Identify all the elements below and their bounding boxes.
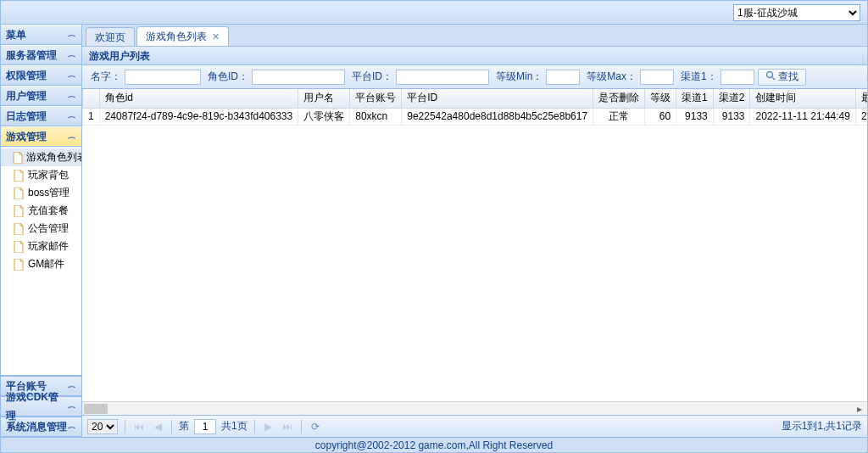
topbar: 1服-征战沙城 <box>1 1 867 25</box>
column-header[interactable]: 渠道2 <box>713 89 750 108</box>
filter-lvmin-label: 等级Min： <box>496 70 542 84</box>
column-header[interactable]: 创建时间 <box>750 89 855 108</box>
tab[interactable]: 欢迎页 <box>86 27 135 46</box>
column-header[interactable]: 平台ID <box>402 89 593 108</box>
tree-item-label: 充值套餐 <box>28 204 69 218</box>
cell: 9133 <box>713 108 750 125</box>
server-select[interactable]: 1服-征战沙城 <box>733 4 860 21</box>
sidebar-section-log[interactable]: 日志管理︾ <box>1 106 81 126</box>
file-icon <box>13 170 25 182</box>
sidebar: 菜单︾ 服务器管理︾ 权限管理︾ 用户管理︾ 日志管理︾ 游戏管理︽ 游戏角色列… <box>1 25 82 437</box>
cell: 9e22542a480de8d1d88b4b5c25e8b617 <box>402 108 593 125</box>
tree-item-label: boss管理 <box>28 186 70 200</box>
svg-point-0 <box>766 72 772 78</box>
sidebar-tree: 游戏角色列表玩家背包boss管理充值套餐公告管理玩家邮件GM邮件 <box>1 147 81 376</box>
footer: copyright@2002-2012 game.com,All Right R… <box>1 437 867 452</box>
tree-item[interactable]: boss管理 <box>1 184 81 202</box>
sidebar-section-cdk[interactable]: 游戏CDK管理︾ <box>1 396 81 417</box>
chevron-down-icon: ︾ <box>68 70 76 81</box>
tree-item[interactable]: 玩家邮件 <box>1 238 81 255</box>
pager: 20 ⏮ ◀ 第 共1页 ▶ ⏭ ⟳ 显示1到1,共1记录 <box>82 415 867 437</box>
chevron-down-icon: ︾ <box>68 29 76 40</box>
close-icon[interactable]: ✕ <box>212 28 220 45</box>
filter-platid-input[interactable] <box>396 70 489 85</box>
chevron-down-icon: ︾ <box>68 400 76 411</box>
tree-item-label: GM邮件 <box>28 257 64 271</box>
horizontal-scrollbar[interactable]: ▸ <box>82 401 867 415</box>
scrollbar-thumb[interactable] <box>84 404 108 414</box>
column-header[interactable]: 平台账号 <box>350 89 402 108</box>
column-header[interactable]: 渠道1 <box>676 89 714 108</box>
tab-label: 欢迎页 <box>95 29 125 46</box>
tree-item-label: 公告管理 <box>28 221 69 236</box>
sidebar-section-server[interactable]: 服务器管理︾ <box>1 45 81 65</box>
filter-channel1-label: 渠道1： <box>681 70 717 84</box>
filter-lvmax-input[interactable] <box>640 70 674 85</box>
file-icon <box>13 259 25 271</box>
column-header[interactable] <box>83 89 100 108</box>
pager-page-prefix: 第 <box>179 419 189 433</box>
filter-roleid-input[interactable] <box>252 70 345 85</box>
file-icon <box>13 205 25 217</box>
cell: 60 <box>645 108 676 125</box>
tree-item[interactable]: 玩家背包 <box>1 166 81 184</box>
cell: 24087f24-d789-4c9e-819c-b343fd406333 <box>99 108 298 125</box>
pager-first-icon[interactable]: ⏮ <box>132 420 146 433</box>
sidebar-section-permission[interactable]: 权限管理︾ <box>1 65 81 86</box>
column-header[interactable]: 角色id <box>99 89 298 108</box>
pager-next-icon[interactable]: ▶ <box>262 420 275 433</box>
tab-label: 游戏角色列表 <box>146 28 207 45</box>
cell: 八零侠客 <box>298 108 350 125</box>
tree-item[interactable]: 充值套餐 <box>1 202 81 220</box>
tree-item[interactable]: GM邮件 <box>1 255 81 273</box>
svg-line-1 <box>772 77 775 80</box>
tabs: 欢迎页游戏角色列表✕ <box>82 25 867 47</box>
sidebar-section-user[interactable]: 用户管理︾ <box>1 86 81 106</box>
cell: 1 <box>83 108 100 125</box>
tree-item-label: 玩家邮件 <box>28 239 69 254</box>
filter-name-label: 名字： <box>91 70 121 84</box>
pager-prev-icon[interactable]: ◀ <box>151 420 164 433</box>
chevron-down-icon: ︾ <box>68 49 76 60</box>
file-icon <box>13 187 25 199</box>
column-header[interactable]: 用户名 <box>298 89 350 108</box>
cell: 2022-11-11 21:44:49 <box>750 108 855 125</box>
search-icon <box>765 70 776 83</box>
chevron-down-icon: ︾ <box>68 421 76 432</box>
column-header[interactable]: 是否删除 <box>593 89 645 108</box>
search-button[interactable]: 查找 <box>758 69 806 86</box>
scroll-right-icon[interactable]: ▸ <box>854 402 865 416</box>
filter-lvmin-input[interactable] <box>546 70 580 85</box>
page-size-select[interactable]: 20 <box>87 419 118 434</box>
pager-refresh-icon[interactable]: ⟳ <box>309 420 322 433</box>
pager-total-pages: 共1页 <box>221 419 248 433</box>
filter-roleid-label: 角色ID： <box>208 70 248 84</box>
pager-summary: 显示1到1,共1记录 <box>782 419 862 433</box>
tab[interactable]: 游戏角色列表✕ <box>136 26 229 46</box>
tree-item[interactable]: 游戏角色列表 <box>1 148 81 166</box>
sidebar-section-sysmsg[interactable]: 系统消息管理︾ <box>1 417 81 437</box>
filter-platid-label: 平台ID： <box>352 70 392 84</box>
table-row[interactable]: 124087f24-d789-4c9e-819c-b343fd406333八零侠… <box>83 108 868 125</box>
search-button-label: 查找 <box>778 70 798 84</box>
file-icon <box>13 241 25 253</box>
chevron-up-icon: ︽ <box>68 131 76 142</box>
filter-channel1-input[interactable] <box>721 70 754 85</box>
cell: 80xkcn <box>350 108 402 125</box>
tree-item-label: 玩家背包 <box>28 168 69 182</box>
sidebar-section-menu[interactable]: 菜单︾ <box>1 25 81 45</box>
cell: 正常 <box>593 108 645 125</box>
filter-bar: 名字： 角色ID： 平台ID： 等级Min： 等级Max： 渠道1： 查找 <box>82 65 867 89</box>
tree-item[interactable]: 公告管理 <box>1 220 81 238</box>
pager-page-input[interactable] <box>194 419 216 434</box>
column-header[interactable]: 最近登录时间 <box>855 89 867 108</box>
pager-last-icon[interactable]: ⏭ <box>281 420 294 433</box>
chevron-down-icon: ︾ <box>68 90 76 101</box>
column-header[interactable]: 等级 <box>645 89 676 108</box>
filter-name-input[interactable] <box>125 70 201 85</box>
tree-item-label: 游戏角色列表 <box>26 150 81 165</box>
sidebar-section-game[interactable]: 游戏管理︽ <box>1 126 81 147</box>
cell: 2022-11-12 13:51:20 <box>855 108 867 125</box>
panel-title: 游戏用户列表 <box>82 47 867 65</box>
data-grid: 角色id用户名平台账号平台ID是否删除等级渠道1渠道2创建时间最近登录时间最近退… <box>82 89 867 401</box>
